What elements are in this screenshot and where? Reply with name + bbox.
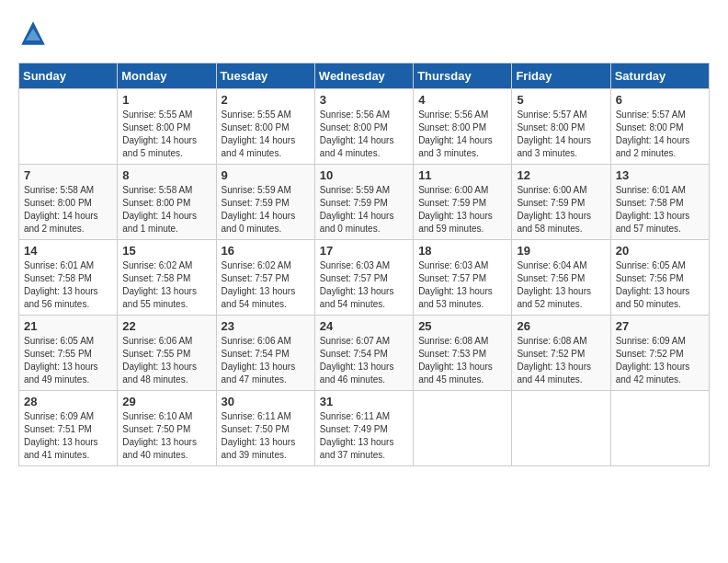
col-header-wednesday: Wednesday	[314, 63, 413, 89]
calendar-row-4: 21Sunrise: 6:05 AMSunset: 7:55 PMDayligh…	[19, 316, 710, 391]
day-info: Sunrise: 6:00 AMSunset: 7:59 PMDaylight:…	[517, 184, 605, 236]
day-number: 5	[517, 93, 605, 107]
calendar-cell: 5Sunrise: 5:57 AMSunset: 8:00 PMDaylight…	[512, 89, 610, 165]
day-number: 23	[222, 319, 310, 333]
col-header-monday: Monday	[118, 63, 216, 89]
calendar-row-1: 1Sunrise: 5:55 AMSunset: 8:00 PMDaylight…	[19, 89, 710, 165]
calendar-cell: 18Sunrise: 6:03 AMSunset: 7:57 PMDayligh…	[414, 240, 512, 316]
calendar-cell: 6Sunrise: 5:57 AMSunset: 8:00 PMDaylight…	[610, 89, 709, 165]
day-number: 4	[418, 93, 506, 107]
day-info: Sunrise: 6:00 AMSunset: 7:59 PMDaylight:…	[418, 184, 506, 236]
day-info: Sunrise: 6:06 AMSunset: 7:54 PMDaylight:…	[222, 335, 310, 386]
day-number: 21	[24, 319, 112, 333]
day-info: Sunrise: 5:58 AMSunset: 8:00 PMDaylight:…	[24, 184, 112, 236]
day-info: Sunrise: 6:03 AMSunset: 7:57 PMDaylight:…	[320, 259, 408, 311]
calendar-cell: 11Sunrise: 6:00 AMSunset: 7:59 PMDayligh…	[414, 165, 512, 240]
calendar-cell: 3Sunrise: 5:56 AMSunset: 8:00 PMDaylight…	[314, 89, 413, 165]
col-header-sunday: Sunday	[19, 63, 118, 89]
day-number: 19	[517, 244, 605, 258]
day-number: 25	[418, 319, 506, 333]
day-info: Sunrise: 5:55 AMSunset: 8:00 PMDaylight:…	[122, 109, 210, 160]
day-number: 3	[320, 93, 408, 107]
day-number: 28	[24, 395, 112, 408]
calendar-cell	[610, 391, 709, 466]
day-info: Sunrise: 5:56 AMSunset: 8:00 PMDaylight:…	[320, 109, 408, 160]
calendar-cell: 15Sunrise: 6:02 AMSunset: 7:58 PMDayligh…	[118, 240, 216, 316]
day-info: Sunrise: 6:11 AMSunset: 7:49 PMDaylight:…	[320, 410, 408, 462]
calendar-cell: 25Sunrise: 6:08 AMSunset: 7:53 PMDayligh…	[414, 316, 512, 391]
calendar-row-3: 14Sunrise: 6:01 AMSunset: 7:58 PMDayligh…	[19, 240, 710, 316]
col-header-thursday: Thursday	[414, 63, 512, 89]
calendar-cell: 12Sunrise: 6:00 AMSunset: 7:59 PMDayligh…	[512, 165, 610, 240]
calendar-cell: 14Sunrise: 6:01 AMSunset: 7:58 PMDayligh…	[19, 240, 118, 316]
calendar-cell: 24Sunrise: 6:07 AMSunset: 7:54 PMDayligh…	[314, 316, 413, 391]
calendar-row-2: 7Sunrise: 5:58 AMSunset: 8:00 PMDaylight…	[19, 165, 710, 240]
day-info: Sunrise: 6:09 AMSunset: 7:52 PMDaylight:…	[616, 335, 704, 386]
calendar-cell: 23Sunrise: 6:06 AMSunset: 7:54 PMDayligh…	[216, 316, 314, 391]
day-info: Sunrise: 6:11 AMSunset: 7:50 PMDaylight:…	[222, 410, 310, 462]
day-info: Sunrise: 6:07 AMSunset: 7:54 PMDaylight:…	[320, 335, 408, 386]
day-info: Sunrise: 5:58 AMSunset: 8:00 PMDaylight:…	[122, 184, 210, 236]
day-info: Sunrise: 6:01 AMSunset: 7:58 PMDaylight:…	[24, 259, 112, 311]
calendar-cell: 7Sunrise: 5:58 AMSunset: 8:00 PMDaylight…	[19, 165, 118, 240]
day-number: 15	[122, 244, 210, 258]
day-number: 26	[517, 319, 605, 333]
logo-icon	[18, 18, 48, 48]
day-info: Sunrise: 5:59 AMSunset: 7:59 PMDaylight:…	[320, 184, 408, 236]
day-info: Sunrise: 6:02 AMSunset: 7:57 PMDaylight:…	[222, 259, 310, 311]
calendar-cell: 4Sunrise: 5:56 AMSunset: 8:00 PMDaylight…	[414, 89, 512, 165]
day-info: Sunrise: 5:57 AMSunset: 8:00 PMDaylight:…	[517, 109, 605, 160]
day-number: 1	[122, 93, 210, 107]
day-info: Sunrise: 5:55 AMSunset: 8:00 PMDaylight:…	[222, 109, 310, 160]
col-header-friday: Friday	[512, 63, 610, 89]
day-number: 27	[616, 319, 704, 333]
calendar-cell	[414, 391, 512, 466]
calendar-cell: 16Sunrise: 6:02 AMSunset: 7:57 PMDayligh…	[216, 240, 314, 316]
day-number: 11	[418, 168, 506, 182]
day-number: 17	[320, 244, 408, 258]
day-info: Sunrise: 6:04 AMSunset: 7:56 PMDaylight:…	[517, 259, 605, 311]
calendar-cell: 22Sunrise: 6:06 AMSunset: 7:55 PMDayligh…	[118, 316, 216, 391]
calendar-cell: 17Sunrise: 6:03 AMSunset: 7:57 PMDayligh…	[314, 240, 413, 316]
day-info: Sunrise: 6:08 AMSunset: 7:53 PMDaylight:…	[418, 335, 506, 386]
calendar-cell: 29Sunrise: 6:10 AMSunset: 7:50 PMDayligh…	[118, 391, 216, 466]
calendar-cell: 31Sunrise: 6:11 AMSunset: 7:49 PMDayligh…	[314, 391, 413, 466]
day-number: 24	[320, 319, 408, 333]
day-info: Sunrise: 5:57 AMSunset: 8:00 PMDaylight:…	[616, 109, 704, 160]
page-header	[18, 18, 710, 48]
day-number: 8	[122, 168, 210, 182]
calendar-cell: 10Sunrise: 5:59 AMSunset: 7:59 PMDayligh…	[314, 165, 413, 240]
day-number: 18	[418, 244, 506, 258]
day-info: Sunrise: 6:06 AMSunset: 7:55 PMDaylight:…	[122, 335, 210, 386]
calendar-cell: 2Sunrise: 5:55 AMSunset: 8:00 PMDaylight…	[216, 89, 314, 165]
day-info: Sunrise: 6:05 AMSunset: 7:56 PMDaylight:…	[616, 259, 704, 311]
calendar-cell: 19Sunrise: 6:04 AMSunset: 7:56 PMDayligh…	[512, 240, 610, 316]
day-number: 2	[222, 93, 310, 107]
day-number: 6	[616, 93, 704, 107]
calendar-row-5: 28Sunrise: 6:09 AMSunset: 7:51 PMDayligh…	[19, 391, 710, 466]
logo	[18, 18, 53, 48]
day-info: Sunrise: 6:01 AMSunset: 7:58 PMDaylight:…	[616, 184, 704, 236]
calendar-cell	[512, 391, 610, 466]
day-number: 16	[222, 244, 310, 258]
calendar-cell	[19, 89, 118, 165]
day-info: Sunrise: 6:08 AMSunset: 7:52 PMDaylight:…	[517, 335, 605, 386]
calendar-cell: 26Sunrise: 6:08 AMSunset: 7:52 PMDayligh…	[512, 316, 610, 391]
calendar-cell: 27Sunrise: 6:09 AMSunset: 7:52 PMDayligh…	[610, 316, 709, 391]
calendar-cell: 21Sunrise: 6:05 AMSunset: 7:55 PMDayligh…	[19, 316, 118, 391]
day-number: 20	[616, 244, 704, 258]
day-number: 30	[222, 395, 310, 408]
calendar-cell: 28Sunrise: 6:09 AMSunset: 7:51 PMDayligh…	[19, 391, 118, 466]
day-info: Sunrise: 5:59 AMSunset: 7:59 PMDaylight:…	[222, 184, 310, 236]
day-number: 31	[320, 395, 408, 408]
col-header-tuesday: Tuesday	[216, 63, 314, 89]
calendar-cell: 9Sunrise: 5:59 AMSunset: 7:59 PMDaylight…	[216, 165, 314, 240]
calendar-cell: 20Sunrise: 6:05 AMSunset: 7:56 PMDayligh…	[610, 240, 709, 316]
calendar-cell: 1Sunrise: 5:55 AMSunset: 8:00 PMDaylight…	[118, 89, 216, 165]
col-header-saturday: Saturday	[610, 63, 709, 89]
day-number: 22	[122, 319, 210, 333]
day-number: 13	[616, 168, 704, 182]
calendar-cell: 30Sunrise: 6:11 AMSunset: 7:50 PMDayligh…	[216, 391, 314, 466]
day-info: Sunrise: 6:10 AMSunset: 7:50 PMDaylight:…	[122, 410, 210, 462]
day-number: 9	[222, 168, 310, 182]
